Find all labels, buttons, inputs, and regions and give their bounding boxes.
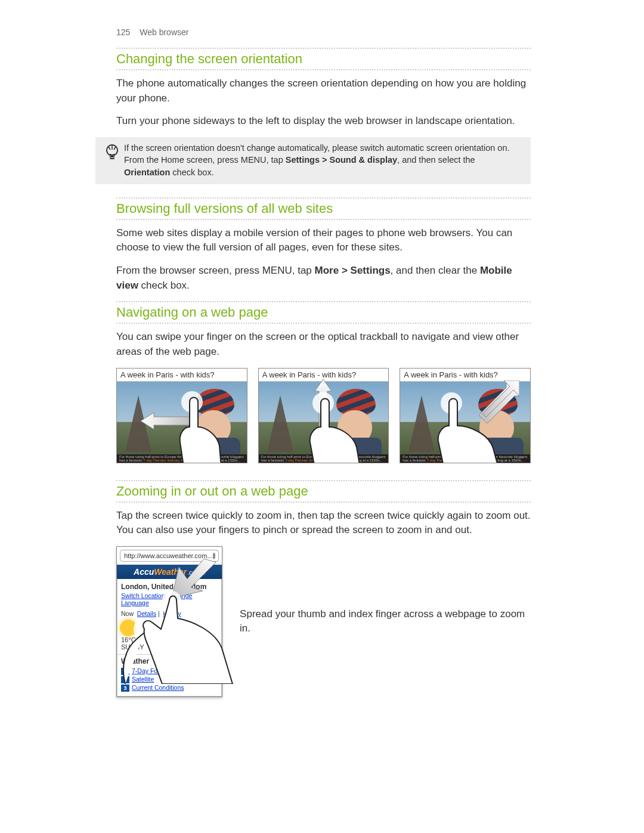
thumb-title: A week in Paris - with kids? xyxy=(117,368,247,382)
heading-navigating: Navigating on a web page xyxy=(116,302,531,323)
finger-icon xyxy=(175,391,229,463)
para-orientation-auto: The phone automatically changes the scre… xyxy=(116,76,531,106)
thumb-swipe-diagonal: A week in Paris - with kids? For those t… xyxy=(400,368,531,463)
pinch-gesture-icon xyxy=(114,559,234,686)
page-header: 125 Web browser xyxy=(116,27,531,37)
finger-icon xyxy=(434,379,505,463)
thumb-swipe-up: A week in Paris - with kids? For those t… xyxy=(258,368,389,463)
page-number: 125 xyxy=(116,27,130,37)
thumb-swipe-left: A week in Paris - with kids? For those t… xyxy=(116,368,247,463)
tip-text: If the screen orientation doesn't change… xyxy=(124,142,524,178)
para-full-2: From the browser screen, press MENU, tap… xyxy=(116,264,531,293)
para-full-1: Some web sites display a mobile version … xyxy=(116,226,531,255)
heading-full-versions: Browsing full versions of all web sites xyxy=(116,199,531,219)
lightbulb-icon xyxy=(104,143,120,166)
tip-box: If the screen orientation doesn't change… xyxy=(95,137,531,184)
zoom-caption: Spread your thumb and index finger acros… xyxy=(240,607,531,636)
para-orientation-sideways: Turn your phone sideways to the left to … xyxy=(116,114,531,129)
svg-marker-8 xyxy=(172,559,216,598)
phone-mock: http://www.accuweather.com... AccuWeathe… xyxy=(116,546,227,697)
finger-icon xyxy=(305,385,365,463)
header-section: Web browser xyxy=(140,27,188,37)
para-zoom-1: Tap the screen twice quickly to zoom in,… xyxy=(116,509,531,538)
heading-zooming: Zooming in or out on a web page xyxy=(116,481,531,501)
gesture-thumbnails: A week in Paris - with kids? For those t… xyxy=(116,368,531,463)
heading-changing-orientation: Changing the screen orientation xyxy=(116,49,531,69)
para-nav-1: You can swipe your finger on the screen … xyxy=(116,330,531,359)
